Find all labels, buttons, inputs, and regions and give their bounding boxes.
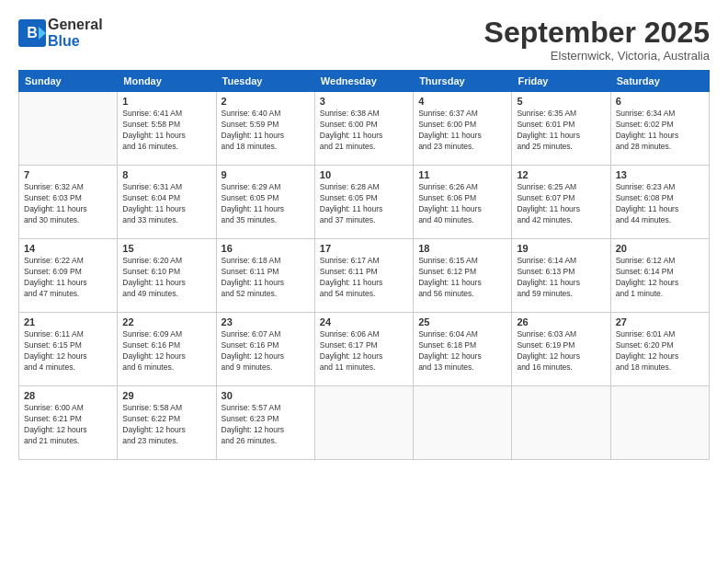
calendar-cell: 23Sunrise: 6:07 AMSunset: 6:16 PMDayligh… <box>216 313 314 386</box>
calendar-cell <box>19 92 118 166</box>
calendar-cell: 24Sunrise: 6:06 AMSunset: 6:17 PMDayligh… <box>314 313 413 386</box>
calendar-cell: 15Sunrise: 6:20 AMSunset: 6:10 PMDayligh… <box>118 239 216 313</box>
day-number: 24 <box>320 316 408 327</box>
day-info: Sunrise: 6:17 AMSunset: 6:11 PMDaylight:… <box>320 256 408 300</box>
col-saturday: Saturday <box>610 71 709 92</box>
calendar-cell: 27Sunrise: 6:01 AMSunset: 6:20 PMDayligh… <box>610 313 709 386</box>
day-info: Sunrise: 6:01 AMSunset: 6:20 PMDaylight:… <box>616 329 704 373</box>
day-number: 17 <box>320 243 408 254</box>
day-info: Sunrise: 6:23 AMSunset: 6:08 PMDaylight:… <box>616 182 704 226</box>
calendar-cell: 10Sunrise: 6:28 AMSunset: 6:05 PMDayligh… <box>314 166 413 239</box>
day-info: Sunrise: 6:14 AMSunset: 6:13 PMDaylight:… <box>517 256 605 300</box>
calendar-cell: 18Sunrise: 6:15 AMSunset: 6:12 PMDayligh… <box>414 239 512 313</box>
calendar-cell: 14Sunrise: 6:22 AMSunset: 6:09 PMDayligh… <box>19 239 118 313</box>
day-info: Sunrise: 6:15 AMSunset: 6:12 PMDaylight:… <box>418 256 506 300</box>
calendar-cell: 11Sunrise: 6:26 AMSunset: 6:06 PMDayligh… <box>414 166 512 239</box>
location: Elsternwick, Victoria, Australia <box>484 49 710 63</box>
calendar-cell: 29Sunrise: 5:58 AMSunset: 6:22 PMDayligh… <box>118 386 216 460</box>
day-info: Sunrise: 6:11 AMSunset: 6:15 PMDaylight:… <box>24 329 112 373</box>
calendar-cell <box>414 386 512 460</box>
calendar-cell: 21Sunrise: 6:11 AMSunset: 6:15 PMDayligh… <box>19 313 118 386</box>
calendar-table: Sunday Monday Tuesday Wednesday Thursday… <box>18 70 710 460</box>
day-number: 26 <box>517 316 605 327</box>
day-info: Sunrise: 6:25 AMSunset: 6:07 PMDaylight:… <box>517 182 605 226</box>
day-number: 3 <box>320 96 408 107</box>
header: B General Blue September 2025 Elsternwic… <box>18 17 710 63</box>
day-number: 7 <box>24 169 112 180</box>
day-info: Sunrise: 6:41 AMSunset: 5:58 PMDaylight:… <box>122 109 210 153</box>
day-info: Sunrise: 6:38 AMSunset: 6:00 PMDaylight:… <box>320 109 408 153</box>
calendar-cell: 2Sunrise: 6:40 AMSunset: 5:59 PMDaylight… <box>216 92 314 166</box>
day-number: 9 <box>222 169 310 180</box>
month-title: September 2025 <box>484 17 710 49</box>
day-info: Sunrise: 6:03 AMSunset: 6:19 PMDaylight:… <box>517 329 605 373</box>
day-number: 10 <box>320 169 408 180</box>
page: B General Blue September 2025 Elsternwic… <box>0 0 728 563</box>
calendar-cell: 7Sunrise: 6:32 AMSunset: 6:03 PMDaylight… <box>19 166 118 239</box>
col-tuesday: Tuesday <box>216 71 314 92</box>
day-number: 18 <box>418 243 506 254</box>
day-info: Sunrise: 6:26 AMSunset: 6:06 PMDaylight:… <box>418 182 506 226</box>
day-number: 19 <box>517 243 605 254</box>
day-number: 5 <box>517 96 605 107</box>
calendar-cell: 16Sunrise: 6:18 AMSunset: 6:11 PMDayligh… <box>216 239 314 313</box>
day-info: Sunrise: 6:18 AMSunset: 6:11 PMDaylight:… <box>222 256 310 300</box>
calendar-cell <box>512 386 610 460</box>
day-info: Sunrise: 6:22 AMSunset: 6:09 PMDaylight:… <box>24 256 112 300</box>
day-info: Sunrise: 6:28 AMSunset: 6:05 PMDaylight:… <box>320 182 408 226</box>
day-info: Sunrise: 6:40 AMSunset: 5:59 PMDaylight:… <box>222 109 310 153</box>
day-number: 29 <box>122 390 210 401</box>
day-number: 25 <box>418 316 506 327</box>
day-number: 23 <box>222 316 310 327</box>
col-wednesday: Wednesday <box>314 71 413 92</box>
calendar-header-row: Sunday Monday Tuesday Wednesday Thursday… <box>19 71 710 92</box>
col-monday: Monday <box>118 71 216 92</box>
logo-blue: Blue <box>48 33 80 49</box>
day-number: 8 <box>122 169 210 180</box>
day-info: Sunrise: 6:09 AMSunset: 6:16 PMDaylight:… <box>122 329 210 373</box>
col-friday: Friday <box>512 71 610 92</box>
calendar-cell: 6Sunrise: 6:34 AMSunset: 6:02 PMDaylight… <box>610 92 709 166</box>
day-info: Sunrise: 6:04 AMSunset: 6:18 PMDaylight:… <box>418 329 506 373</box>
day-info: Sunrise: 6:07 AMSunset: 6:16 PMDaylight:… <box>222 329 310 373</box>
col-thursday: Thursday <box>414 71 512 92</box>
day-info: Sunrise: 6:29 AMSunset: 6:05 PMDaylight:… <box>222 182 310 226</box>
calendar-cell: 13Sunrise: 6:23 AMSunset: 6:08 PMDayligh… <box>610 166 709 239</box>
logo: B General Blue <box>18 17 103 50</box>
day-number: 16 <box>222 243 310 254</box>
calendar-cell: 3Sunrise: 6:38 AMSunset: 6:00 PMDaylight… <box>314 92 413 166</box>
col-sunday: Sunday <box>19 71 118 92</box>
day-number: 28 <box>24 390 112 401</box>
svg-text:B: B <box>27 25 38 40</box>
day-info: Sunrise: 6:06 AMSunset: 6:17 PMDaylight:… <box>320 329 408 373</box>
calendar-cell <box>610 386 709 460</box>
day-info: Sunrise: 6:37 AMSunset: 6:00 PMDaylight:… <box>418 109 506 153</box>
day-number: 15 <box>122 243 210 254</box>
calendar-cell: 22Sunrise: 6:09 AMSunset: 6:16 PMDayligh… <box>118 313 216 386</box>
day-info: Sunrise: 6:31 AMSunset: 6:04 PMDaylight:… <box>122 182 210 226</box>
calendar-week-5: 28Sunrise: 6:00 AMSunset: 6:21 PMDayligh… <box>19 386 710 460</box>
day-info: Sunrise: 6:32 AMSunset: 6:03 PMDaylight:… <box>24 182 112 226</box>
day-number: 12 <box>517 169 605 180</box>
calendar-cell: 28Sunrise: 6:00 AMSunset: 6:21 PMDayligh… <box>19 386 118 460</box>
day-info: Sunrise: 6:12 AMSunset: 6:14 PMDaylight:… <box>616 256 704 300</box>
day-number: 21 <box>24 316 112 327</box>
day-number: 20 <box>616 243 704 254</box>
title-block: September 2025 Elsternwick, Victoria, Au… <box>484 17 710 63</box>
calendar-cell: 4Sunrise: 6:37 AMSunset: 6:00 PMDaylight… <box>414 92 512 166</box>
day-number: 13 <box>616 169 704 180</box>
day-number: 4 <box>418 96 506 107</box>
calendar-cell: 20Sunrise: 6:12 AMSunset: 6:14 PMDayligh… <box>610 239 709 313</box>
calendar-cell: 9Sunrise: 6:29 AMSunset: 6:05 PMDaylight… <box>216 166 314 239</box>
calendar-cell: 26Sunrise: 6:03 AMSunset: 6:19 PMDayligh… <box>512 313 610 386</box>
calendar-cell: 5Sunrise: 6:35 AMSunset: 6:01 PMDaylight… <box>512 92 610 166</box>
day-number: 30 <box>222 390 310 401</box>
day-info: Sunrise: 6:20 AMSunset: 6:10 PMDaylight:… <box>122 256 210 300</box>
day-number: 14 <box>24 243 112 254</box>
calendar-cell: 25Sunrise: 6:04 AMSunset: 6:18 PMDayligh… <box>414 313 512 386</box>
day-info: Sunrise: 5:57 AMSunset: 6:23 PMDaylight:… <box>222 403 310 447</box>
calendar-week-2: 7Sunrise: 6:32 AMSunset: 6:03 PMDaylight… <box>19 166 710 239</box>
calendar-week-3: 14Sunrise: 6:22 AMSunset: 6:09 PMDayligh… <box>19 239 710 313</box>
calendar-cell: 19Sunrise: 6:14 AMSunset: 6:13 PMDayligh… <box>512 239 610 313</box>
day-number: 22 <box>122 316 210 327</box>
